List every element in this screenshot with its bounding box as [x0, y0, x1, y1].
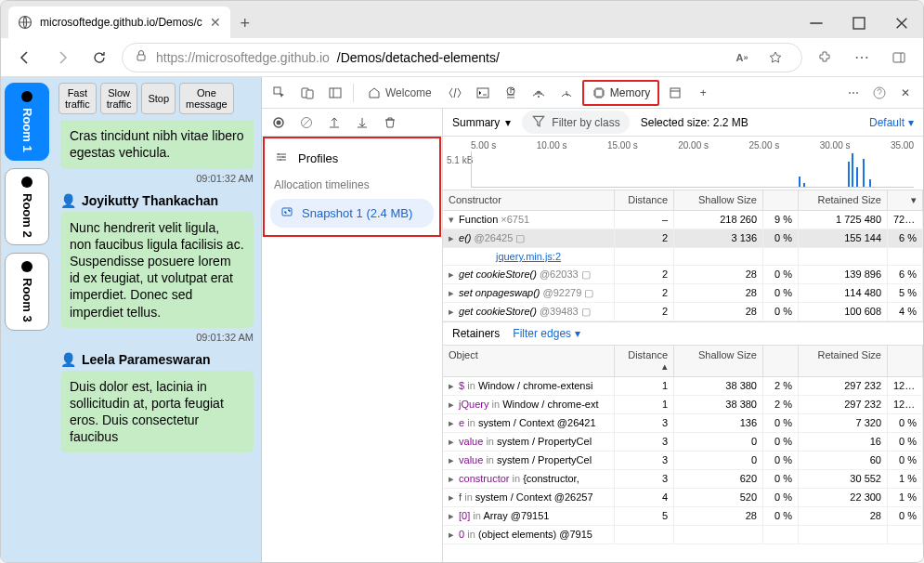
- filter-class[interactable]: Filter by class: [522, 111, 629, 134]
- svg-rect-4: [274, 87, 280, 94]
- devtools-toolbar: Welcome Memory + ⋯ ✕: [262, 77, 923, 109]
- stop-button[interactable]: Stop: [141, 83, 176, 114]
- save-icon[interactable]: [353, 113, 371, 132]
- summary-dropdown[interactable]: Summary▾: [452, 116, 511, 129]
- snapshot-item[interactable]: Snapshot 1 (2.4 MB): [270, 199, 434, 228]
- svg-rect-11: [595, 89, 603, 97]
- inspect-icon[interactable]: [267, 81, 292, 105]
- sidebar-icon[interactable]: [884, 43, 914, 72]
- panel-icon[interactable]: [323, 81, 347, 105]
- network-icon[interactable]: [527, 81, 551, 105]
- message-text: Cras tincidunt nibh vitae libero egestas…: [60, 120, 254, 168]
- room-tab-2[interactable]: Room 2: [5, 168, 49, 246]
- table-row[interactable]: ▸ get cookieStore() @39483 ▢2280 %100 60…: [443, 303, 923, 321]
- favorite-icon[interactable]: [761, 43, 790, 72]
- maximize-button[interactable]: [838, 8, 880, 38]
- table-row[interactable]: ▸ set onpageswap() @92279 ▢2280 %114 480…: [443, 284, 923, 303]
- message-time: 09:01:32 AM: [60, 173, 254, 184]
- profiles-highlight: Profiles Allocation timelines Snapshot 1…: [263, 137, 441, 237]
- message-text: Nunc hendrerit velit ligula, non faucibu…: [60, 212, 254, 328]
- table-row[interactable]: ▸ e in system / Context @2642131360 %7 3…: [443, 414, 923, 433]
- status-dot: [21, 91, 33, 102]
- sliders-icon: [274, 150, 289, 167]
- room-label: Room 1: [20, 108, 34, 152]
- room-tab-3[interactable]: Room 3: [5, 253, 49, 331]
- svg-rect-1: [853, 18, 865, 29]
- more-tools-icon[interactable]: ⋯: [841, 81, 865, 105]
- message-text: Duis dolor est, lacinia in sollicitudin …: [60, 371, 254, 453]
- welcome-tab[interactable]: Welcome: [359, 82, 439, 104]
- snapshot-detail: Summary▾ Filter by class Selected size: …: [443, 109, 923, 562]
- close-devtools-icon[interactable]: ✕: [893, 81, 917, 105]
- table-row[interactable]: ▸ e() @26425 ▢23 1360 %155 1446 %: [443, 229, 923, 248]
- devtools: Welcome Memory + ⋯ ✕: [261, 77, 923, 562]
- help-icon[interactable]: [867, 81, 891, 105]
- back-button[interactable]: [10, 43, 40, 72]
- minimize-button[interactable]: [795, 8, 838, 38]
- application-icon[interactable]: [663, 81, 687, 105]
- room-tab-1[interactable]: Room 1: [5, 83, 49, 161]
- profiles-toolbar: [262, 109, 442, 137]
- chevron-down-icon: ▾: [908, 116, 914, 129]
- slow-traffic-button[interactable]: Slowtraffic: [100, 83, 138, 114]
- add-tab-icon[interactable]: +: [691, 81, 715, 105]
- url-field[interactable]: https://microsoftedge.github.io/Demos/de…: [122, 43, 802, 72]
- extensions-icon[interactable]: [810, 43, 839, 72]
- constructor-header: Constructor Distance Shallow Size Retain…: [443, 190, 923, 211]
- browser-tab[interactable]: microsoftedge.github.io/Demos/c ✕: [8, 7, 230, 38]
- chat-toolbar: Fasttraffic Slowtraffic Stop Onemessage: [53, 77, 261, 120]
- refresh-button[interactable]: [85, 43, 114, 72]
- svg-rect-7: [330, 88, 341, 98]
- status-dot: [21, 261, 33, 272]
- sources-icon[interactable]: [499, 81, 523, 105]
- svg-point-15: [277, 120, 281, 124]
- table-row[interactable]: jquery.min.js:2: [443, 248, 923, 266]
- profiles-header[interactable]: Profiles: [265, 144, 439, 173]
- constructor-rows: ▾ Function ×6751–218 2609 %1 725 48072 %…: [443, 211, 923, 321]
- summary-bar: Summary▾ Filter by class Selected size: …: [443, 109, 923, 137]
- table-row[interactable]: ▸ value in system / PropertyCel300 %160 …: [443, 433, 923, 452]
- y-label: 5.1 kB: [447, 155, 473, 165]
- table-row[interactable]: ▸ value in system / PropertyCel300 %600 …: [443, 452, 923, 470]
- close-window-button[interactable]: [880, 8, 923, 38]
- snapshot-icon: [280, 204, 294, 222]
- reading-icon[interactable]: A»: [727, 43, 757, 72]
- console-icon[interactable]: [471, 81, 495, 105]
- load-icon[interactable]: [325, 113, 344, 132]
- window-controls: [795, 8, 923, 38]
- retainers-header: Object Distance ▴ Shallow Size Retained …: [443, 346, 923, 377]
- table-row[interactable]: ▸ jQuery in Window / chrome-ext138 3802 …: [443, 396, 923, 414]
- performance-icon[interactable]: [554, 81, 579, 105]
- allocation-timeline[interactable]: 5.00 s10.00 s15.00 s20.00 s25.00 s30.00 …: [443, 137, 923, 190]
- table-row[interactable]: ▾ Function ×6751–218 2609 %1 725 48072 %: [443, 211, 923, 229]
- filter-edges-dropdown[interactable]: Filter edges▾: [513, 327, 580, 340]
- message-list: Cras tincidunt nibh vitae libero egestas…: [53, 120, 261, 462]
- more-icon[interactable]: ⋯: [847, 43, 877, 72]
- close-tab-icon[interactable]: ✕: [210, 15, 221, 30]
- record-icon[interactable]: [269, 113, 288, 132]
- device-icon[interactable]: [295, 81, 319, 105]
- fast-traffic-button[interactable]: Fasttraffic: [59, 83, 97, 114]
- table-row[interactable]: ▸ 0 in (object elements) @7915: [443, 526, 923, 544]
- table-row[interactable]: ▸ f in system / Context @2625745200 %22 …: [443, 489, 923, 507]
- svg-rect-2: [137, 55, 145, 60]
- table-row[interactable]: ▸ constructor in {constructor,36200 %30 …: [443, 470, 923, 489]
- retainers-label: Retainers: [452, 327, 500, 340]
- svg-point-10: [538, 96, 540, 98]
- new-tab-button[interactable]: +: [230, 8, 260, 38]
- elements-icon[interactable]: [443, 81, 467, 105]
- room-label: Room 2: [20, 193, 34, 238]
- url-prefix: https://microsoftedge.github.io: [156, 50, 330, 65]
- table-row[interactable]: ▸ $ in Window / chrome-extensi138 3802 %…: [443, 377, 923, 396]
- memory-tab[interactable]: Memory: [582, 80, 659, 106]
- one-message-button[interactable]: Onemessage: [179, 83, 234, 114]
- message: 👤Joyikutty Thankachan Nunc hendrerit vel…: [60, 193, 254, 343]
- table-row[interactable]: ▸ get cookieStore() @62033 ▢2280 %139 89…: [443, 266, 923, 284]
- tab-title: microsoftedge.github.io/Demos/c: [40, 16, 202, 29]
- table-row[interactable]: ▸ [0] in Array @791515280 %280 %: [443, 507, 923, 526]
- clear-icon[interactable]: [297, 113, 316, 132]
- default-dropdown[interactable]: Default▾: [869, 116, 914, 129]
- forward-button[interactable]: [47, 43, 77, 72]
- chat-app: Room 1 Room 2 Room 3 Fasttraffic Slowtra…: [1, 77, 261, 562]
- delete-icon[interactable]: [381, 113, 399, 132]
